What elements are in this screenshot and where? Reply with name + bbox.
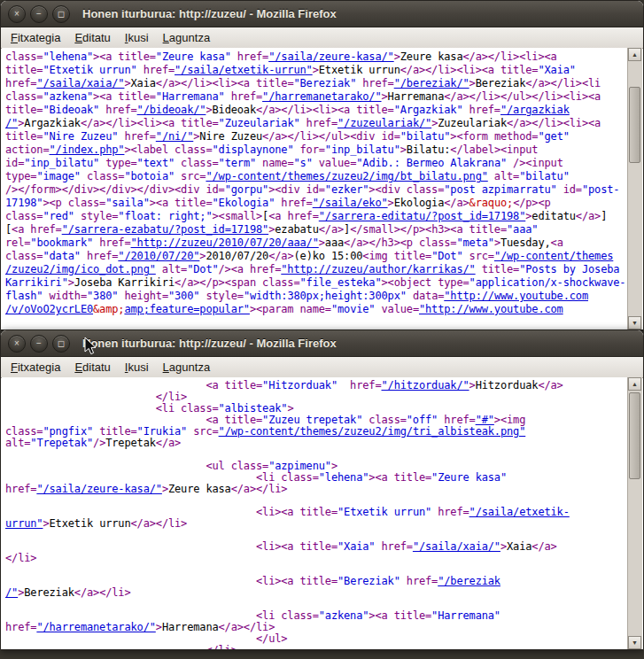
source-token: "Posts by Joseba [519,263,619,275]
source-token: "float: right;" [118,210,212,222]
source-token: "albisteak" [219,402,288,415]
scroll-down-icon[interactable]: ▼ [628,636,641,649]
source-token: style= [74,210,119,222]
source-link[interactable]: "/bereziak/" [394,77,469,89]
source-token: "ezker" [325,183,369,196]
source-token: src= [463,250,494,262]
source-token: > [494,236,500,249]
source-token: </a> [444,197,469,209]
source-token: "gorpu" [225,183,269,196]
source-line: </li> [5,553,627,564]
source-link[interactable]: "/sarrera-ezabatu/?post_id=17198" [62,223,268,236]
source-token: <a href= [12,223,62,236]
vertical-scrollbar[interactable]: ▲ ▼ [627,48,642,330]
source-line: /">Argazkiak</a></li><li><a title="Zuzeu… [5,117,627,130]
source-link[interactable]: "/argazkiak [500,104,570,116]
source-line: /></form></div></div></div><div id="gorp… [5,183,627,197]
source-link[interactable]: "http://www.youtube.com [444,290,588,302]
source-token: </a> [156,437,181,449]
scrollbar-thumb[interactable] [629,87,640,163]
source-token: </a> [538,379,563,392]
maximize-button[interactable]: ◻ [52,335,70,353]
menu-item-fitxategia[interactable]: Fitxategia [4,28,67,47]
source-token: <li class= [156,402,219,415]
source-token: ><a title= [93,90,156,103]
source-link[interactable]: "/hitzorduak/" [382,379,469,392]
close-button[interactable]: × [8,5,26,23]
menu-item-ikusi[interactable]: Ikusi [118,28,156,47]
source-link[interactable]: "/wp-content/themes [494,250,613,262]
source-link[interactable]: amp;feature=popular" [124,303,250,315]
source-token: href= [463,104,500,116]
vertical-scrollbar[interactable]: ▲ ▼ [627,377,642,649]
source-link[interactable]: "/saila/xaia/" [36,77,124,89]
source-link[interactable]: /v/oVoO2ycrLE0 [5,303,93,315]
source-link[interactable]: /" [5,586,18,599]
source-link[interactable]: "http://www.youtube.com [419,303,563,315]
source-token: </a></h3><p class= [344,236,456,249]
maximize-button[interactable]: ◻ [52,5,70,23]
source-link[interactable]: "#" [476,414,494,426]
source-link[interactable]: "/2010/07/20" [118,250,199,262]
scrollbar-thumb[interactable] [629,392,640,479]
source-link[interactable]: "/ni/" [156,130,193,143]
source-token: "s" [293,157,312,169]
source-link[interactable]: /zuzeu2/img/ico_dot.png" [5,263,156,275]
source-token: "Harremana" [156,90,225,103]
desktop: { "syntax_colors":{"m":"#800080","v":"#0… [0,0,644,659]
source-link[interactable]: "/wp-content/themes/zuzeu2/img/bt_bilatu… [206,170,487,182]
minimize-button[interactable]: − [30,335,48,353]
source-token: "bilatu" [400,130,451,143]
source-line: class="red" style="float: right;"><small… [5,210,627,223]
source-token: > [400,143,407,156]
source-link[interactable]: "http://zuzeu/2010/07/20/aaa/" [131,236,319,249]
source-token: "image" [36,170,81,182]
source-token: "movie" [331,303,376,315]
source-line: title="Nire Zuzeu" href="/ni/">Nire Zuze… [5,130,627,143]
source-token: Harremana [388,90,445,103]
scroll-down-icon[interactable]: ▼ [628,316,641,330]
source-token: style= [199,290,244,302]
source-link[interactable]: urrun" [5,517,43,530]
close-button[interactable]: × [8,335,26,353]
source-token: src= [187,425,218,438]
source-link[interactable]: "/harremanetarako/" [36,621,155,633]
menu-item-fitxategia[interactable]: Fitxategia [4,358,67,376]
scroll-up-icon[interactable]: ▲ [628,377,641,391]
source-link[interactable]: "/saila/zeure-kasa/" [268,50,394,63]
source-link[interactable]: "/saila/xaia/" [413,540,500,553]
source-link[interactable]: "/sarrera-editatu/?post_id=17198" [319,210,525,222]
menu-item-editatu[interactable]: Editatu [67,358,117,376]
source-link[interactable]: "/saila/zeure-kasa/" [36,483,162,495]
source-link[interactable]: "/saila/etxetik-urrun" [175,64,313,76]
source-line: rel="bookmark" href="http://zuzeu/2010/0… [5,236,627,250]
menu-item-editatu[interactable]: Editatu [67,28,117,47]
menu-item-laguntza[interactable]: Laguntza [156,358,218,376]
menu-item-laguntza[interactable]: Laguntza [156,28,218,47]
menu-item-ikusi[interactable]: Ikusi [118,358,156,376]
source-token: alt= [488,170,519,182]
source-link[interactable]: "/bideoak/" [137,104,206,116]
titlebar[interactable]: × − ◻ Honen iturburua: http://zuzeu/ - M… [1,1,643,27]
minimize-button[interactable]: − [30,5,48,23]
source-link[interactable]: /" [5,117,18,129]
titlebar[interactable]: × − ◻ Honen iturburua: http://zuzeu/ - M… [1,330,643,357]
source-token: ><a title= [93,50,156,63]
source-token: "Zuzeu trepetak" [262,414,362,426]
source-link[interactable]: "http://zuzeu/author/karrikas/" [281,263,475,275]
source-token: Xaia [131,77,156,89]
source-link[interactable]: "/wp-content/themes/zuzeu2/img/tri_albis… [219,425,526,438]
source-token: </a></li> [219,621,275,633]
source-token: </a> [319,223,344,236]
source-link[interactable]: "/index.php" [50,143,125,156]
source-link[interactable]: "/zuzeulariak/" [338,117,431,129]
scroll-up-icon[interactable]: ▲ [628,48,641,61]
source-link[interactable]: "/saila/etxetik- [469,506,570,518]
source-token: </a></li><li><a title= [156,77,294,89]
source-token: > [68,276,74,289]
source-link[interactable]: "/bereziak [438,575,500,587]
source-token: href= [225,90,262,103]
source-link[interactable]: "/harremanetarako/" [262,90,381,103]
source-link[interactable]: "/saila/eko" [313,197,388,209]
source-token: "Irukia" [137,425,188,438]
